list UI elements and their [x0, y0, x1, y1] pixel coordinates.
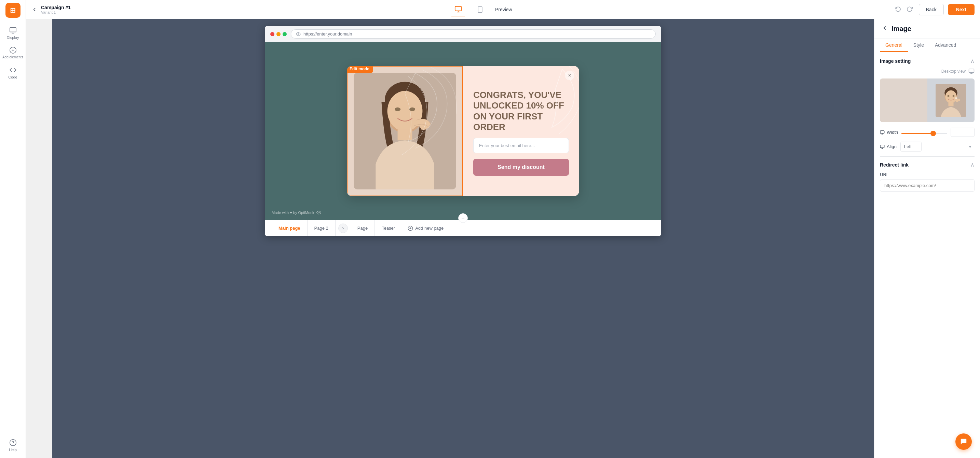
sidebar-item-help-label: Help — [9, 448, 17, 452]
divider — [880, 156, 975, 157]
tab-page2[interactable]: Page 2 — [307, 220, 336, 236]
panel-back-button[interactable] — [881, 25, 888, 33]
tab-advanced[interactable]: Advanced — [929, 39, 961, 52]
svg-point-33 — [952, 95, 955, 97]
sidebar-item-help[interactable]: Help — [0, 436, 25, 455]
edit-mode-badge: Edit mode — [347, 66, 373, 73]
align-select[interactable]: Left Center Right — [900, 142, 921, 152]
tab-teaser[interactable]: Teaser — [375, 220, 402, 236]
popup-background: × Edit mode — [265, 42, 661, 220]
eye-icon — [296, 32, 301, 36]
page-tabs: Main page Page 2 Page Teaser Add new pag… — [265, 220, 661, 236]
undo-redo-controls — [893, 4, 915, 15]
desktop-small-icon — [968, 68, 975, 74]
panel-header: Image — [874, 19, 980, 39]
dot-green — [283, 32, 287, 36]
dot-red — [270, 32, 274, 36]
undo-button[interactable] — [893, 4, 903, 15]
popup-cta-button[interactable]: Send my discount — [473, 159, 569, 176]
width-slider[interactable] — [901, 133, 947, 134]
image-preview-thumbnail — [935, 79, 966, 122]
header-right: Back Next — [893, 4, 975, 15]
back-button[interactable]: Back — [919, 4, 944, 15]
page-up-chevron[interactable] — [458, 213, 468, 223]
svg-point-35 — [958, 99, 960, 101]
campaign-variant: Variant 1 — [41, 10, 71, 14]
leaf-decoration-bg — [347, 66, 463, 197]
browser-dots — [270, 32, 287, 36]
eye-footer-icon — [317, 210, 321, 215]
popup-close-button[interactable]: × — [565, 71, 574, 80]
sidebar-item-add-elements[interactable]: Add elements — [0, 43, 25, 63]
align-control-row: Align Left Center Right — [880, 142, 975, 152]
align-desktop-icon — [880, 144, 885, 149]
sidebar-item-add-label: Add elements — [2, 55, 23, 59]
tab-general[interactable]: General — [880, 39, 908, 52]
chat-bubble-button[interactable] — [955, 433, 972, 450]
campaign-title: Campaign #1 — [41, 5, 71, 10]
svg-rect-34 — [948, 102, 953, 106]
sidebar-item-display-label: Display — [6, 35, 19, 40]
add-page-label: Add new page — [415, 226, 444, 231]
popup-email-input[interactable]: Enter your best email here... — [473, 138, 569, 153]
width-label: Width — [880, 130, 898, 135]
mobile-view-icon — [477, 6, 484, 13]
desktop-view-button[interactable] — [452, 3, 465, 16]
svg-rect-0 — [10, 28, 16, 32]
svg-point-6 — [10, 440, 16, 446]
svg-rect-40 — [880, 145, 885, 147]
add-new-page-button[interactable]: Add new page — [402, 226, 449, 231]
logo-button[interactable]: ⊞ — [5, 3, 21, 18]
url-input[interactable] — [880, 179, 975, 192]
browser-mockup: https://enter.your.domain × Edit mode — [265, 26, 661, 236]
sidebar-item-code[interactable]: Code — [0, 63, 25, 82]
next-button[interactable]: Next — [948, 4, 975, 15]
redo-button[interactable] — [905, 4, 915, 15]
right-panel: Image General Style Advanced Image setti… — [874, 19, 980, 458]
popup-image-container — [347, 66, 463, 197]
desktop-view-row: Desktop view — [880, 68, 975, 74]
sidebar-item-code-label: Code — [8, 75, 17, 79]
chevron-right-icon — [341, 226, 345, 230]
align-label: Align — [880, 144, 897, 149]
svg-point-36 — [955, 97, 957, 99]
redirect-chevron-icon[interactable]: ∧ — [970, 162, 975, 168]
tab-page3[interactable]: Page — [351, 220, 375, 236]
undo-icon — [895, 6, 901, 12]
display-icon — [9, 27, 17, 34]
svg-point-13 — [298, 33, 299, 35]
popup-footer: Made with ♥ by OptiMonk — [272, 210, 321, 215]
redirect-link-section: Redirect link ∧ URL — [880, 162, 975, 192]
tab-style[interactable]: Style — [908, 39, 929, 52]
tab-main-page[interactable]: Main page — [272, 220, 307, 236]
svg-rect-8 — [455, 6, 461, 11]
panel-back-icon — [881, 25, 888, 32]
image-preview-box[interactable] — [880, 79, 975, 122]
preview-label: Preview — [495, 7, 512, 12]
url-label: URL — [880, 172, 975, 177]
width-value-input[interactable]: 350 px — [951, 128, 975, 137]
sidebar-item-display[interactable]: Display — [0, 23, 25, 43]
popup-card: × Edit mode — [347, 66, 579, 197]
mobile-view-button[interactable] — [473, 3, 487, 16]
address-bar-url: https://enter.your.domain — [304, 32, 352, 36]
header-center: Preview — [71, 3, 892, 16]
panel-tabs: General Style Advanced — [874, 39, 980, 52]
left-sidebar: ⊞ Display Add elements Code Help — [0, 0, 26, 458]
code-icon — [9, 66, 17, 74]
canvas-area: https://enter.your.domain × Edit mode — [52, 19, 874, 458]
svg-rect-11 — [478, 6, 482, 12]
dot-yellow — [277, 32, 280, 36]
popup-left-section[interactable]: Edit mode — [347, 66, 463, 197]
address-bar[interactable]: https://enter.your.domain — [291, 29, 656, 38]
tab-chevron-next[interactable] — [338, 223, 348, 233]
logo-icon: ⊞ — [10, 6, 16, 14]
svg-rect-25 — [969, 69, 974, 73]
section-chevron-icon[interactable]: ∧ — [970, 58, 975, 64]
help-icon — [9, 439, 17, 446]
redirect-link-label: Redirect link — [880, 162, 908, 168]
desktop-view-icon — [455, 5, 462, 13]
back-nav[interactable]: Campaign #1 Variant 1 — [32, 5, 71, 14]
campaign-info: Campaign #1 Variant 1 — [41, 5, 71, 14]
width-control-row: Width 350 px — [880, 128, 975, 137]
